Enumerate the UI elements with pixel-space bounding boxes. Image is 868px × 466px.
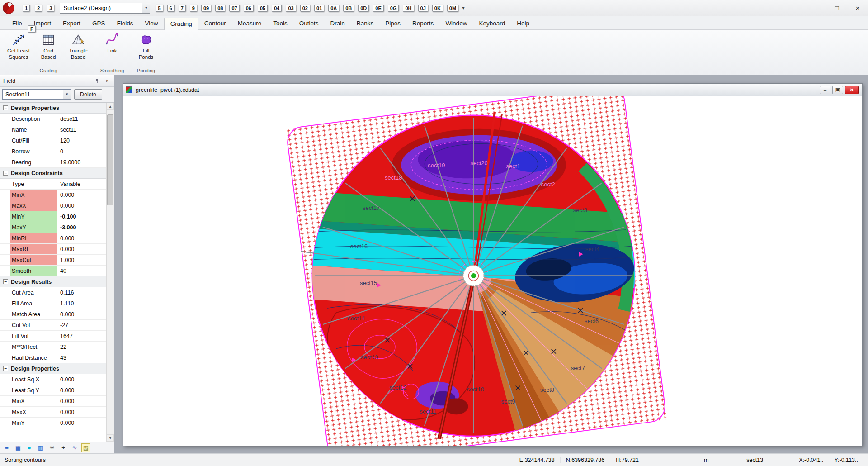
property-row[interactable]: Fill Area1.110 <box>0 298 106 309</box>
keytip-badge[interactable]: 03 <box>286 5 296 12</box>
property-value[interactable]: -3.000 <box>57 222 106 233</box>
mini-tool-4[interactable]: ☀ <box>47 443 57 452</box>
tab-tools[interactable]: Tools <box>267 18 293 29</box>
property-row[interactable]: MaxRL0.000 <box>0 244 106 255</box>
property-row[interactable]: Cut Vol-27 <box>0 320 106 331</box>
collapse-icon[interactable]: − <box>3 171 8 176</box>
maximize-button[interactable]: □ <box>826 0 847 16</box>
keytip-badge[interactable]: 0K <box>432 5 443 12</box>
keytip-badge[interactable]: 0E <box>373 5 383 12</box>
keytip-badge[interactable]: 08 <box>215 5 225 12</box>
mini-tool-1[interactable]: ▦ <box>14 443 23 452</box>
mini-tool-6[interactable]: ∿ <box>70 443 79 452</box>
ribbon-button-grid-based[interactable]: Grid Based <box>34 31 63 60</box>
tab-view[interactable]: View <box>139 18 164 29</box>
property-row[interactable]: TypeVariable <box>0 179 106 190</box>
keytip-badge[interactable]: 06 <box>244 5 254 12</box>
keytip-badge[interactable]: 01 <box>314 5 324 12</box>
property-row[interactable]: MaxX0.000 <box>0 200 106 211</box>
section-header[interactable]: −Design Results <box>0 276 106 287</box>
tab-contour[interactable]: Contour <box>198 18 232 29</box>
minimize-button[interactable]: – <box>806 0 826 16</box>
property-row[interactable]: MinX0.000 <box>0 396 106 407</box>
keytip-badge[interactable]: 0D <box>358 5 369 12</box>
property-value[interactable]: 0.000 <box>57 190 106 200</box>
property-value[interactable]: 1.000 <box>57 255 106 265</box>
section-header[interactable]: −Design Constraints <box>0 168 106 179</box>
keytip-badge[interactable]: 0A <box>328 5 339 12</box>
delete-button[interactable]: Delete <box>74 89 102 100</box>
scrollbar-track[interactable] <box>107 110 114 434</box>
keytip-badge[interactable]: 0J <box>418 5 428 12</box>
document-titlebar[interactable]: greenlife_pivot (1).cdsdat – ▣ × <box>123 84 862 96</box>
property-value[interactable]: 0.000 <box>57 244 106 254</box>
keytip-badge[interactable]: 07 <box>229 5 239 12</box>
tab-window[interactable]: Window <box>439 18 473 29</box>
collapse-icon[interactable]: − <box>3 366 8 371</box>
property-value[interactable]: 0 <box>57 146 106 157</box>
property-value[interactable]: 40 <box>57 266 106 276</box>
property-row[interactable]: Cut/Fill120 <box>0 135 106 146</box>
property-row[interactable]: MaxY-3.000 <box>0 222 106 233</box>
keytip-badge[interactable]: 09 <box>201 5 211 12</box>
collapse-icon[interactable]: − <box>3 279 8 284</box>
property-value[interactable]: 0.000 <box>57 385 106 395</box>
property-value[interactable]: 0.000 <box>57 396 106 406</box>
property-row[interactable]: MinY0.000 <box>0 418 106 428</box>
keytip-badge[interactable]: 02 <box>300 5 310 12</box>
property-value[interactable]: sect11 <box>57 124 106 135</box>
property-value[interactable]: 43 <box>57 352 106 363</box>
ribbon-button-link[interactable]: Link <box>98 31 127 54</box>
property-row[interactable]: MinRL0.000 <box>0 233 106 244</box>
pin-icon[interactable] <box>94 77 101 85</box>
property-value[interactable]: -27 <box>57 320 106 330</box>
property-row[interactable]: Borrow0 <box>0 146 106 157</box>
tab-pipes[interactable]: Pipes <box>379 18 406 29</box>
property-row[interactable]: Least Sq X0.000 <box>0 374 106 385</box>
property-value[interactable]: 120 <box>57 135 106 146</box>
tab-export[interactable]: Export <box>57 18 86 29</box>
keytip-badge[interactable]: 2 <box>35 5 42 12</box>
app-icon[interactable] <box>3 2 14 14</box>
property-value[interactable]: 1647 <box>57 331 106 341</box>
tab-banks[interactable]: Banks <box>351 18 380 29</box>
property-value[interactable]: Variable <box>57 179 106 189</box>
section-selector[interactable]: Section11 ▼ <box>2 89 71 100</box>
property-value[interactable]: 19.0000 <box>57 157 106 167</box>
property-row[interactable]: Match Area0.000 <box>0 309 106 320</box>
scrollbar-thumb[interactable] <box>107 114 113 205</box>
property-row[interactable]: Haul Distance43 <box>0 352 106 363</box>
property-row[interactable]: Smooth40 <box>0 266 106 276</box>
property-row[interactable]: Bearing19.0000 <box>0 157 106 168</box>
keytip-badge[interactable]: 5 <box>156 5 163 12</box>
keytip-badge[interactable]: 0H <box>403 5 414 12</box>
section-header[interactable]: −Design Properties <box>0 103 106 114</box>
property-row[interactable]: Namesect11 <box>0 124 106 135</box>
property-row[interactable]: Fill Vol1647 <box>0 331 106 342</box>
tab-keyboard[interactable]: Keyboard <box>473 18 511 29</box>
document-minimize-button[interactable]: – <box>820 86 830 94</box>
property-row[interactable]: Least Sq Y0.000 <box>0 385 106 396</box>
property-row[interactable]: M**3/Hect22 <box>0 342 106 352</box>
property-value[interactable]: desc11 <box>57 114 106 124</box>
property-value[interactable]: 0.000 <box>57 374 106 385</box>
property-row[interactable]: MaxX0.000 <box>0 407 106 418</box>
tab-reports[interactable]: Reports <box>406 18 439 29</box>
ribbon-button-fill-ponds[interactable]: Fill Ponds <box>132 31 160 60</box>
property-row[interactable]: MinX0.000 <box>0 190 106 200</box>
property-value[interactable]: 1.110 <box>57 298 106 309</box>
property-row[interactable]: Descriptiondesc11 <box>0 114 106 124</box>
mini-tool-2[interactable]: ● <box>25 443 34 452</box>
panel-scrollbar[interactable]: ▲ ▼ <box>106 103 114 442</box>
tab-help[interactable]: Help <box>511 18 535 29</box>
scroll-down-icon[interactable]: ▼ <box>107 434 114 442</box>
keytip-badge[interactable]: 6 <box>167 5 175 12</box>
scroll-up-icon[interactable]: ▲ <box>107 103 114 110</box>
qat-overflow-icon[interactable]: ▾ <box>462 5 465 11</box>
surface-selector[interactable]: Surface2 (Design) ▼ <box>60 3 150 14</box>
property-value[interactable]: 0.000 <box>57 418 106 428</box>
keytip-badge[interactable]: 9 <box>190 5 197 12</box>
tab-grading[interactable]: Grading <box>164 18 198 30</box>
keytip-badge[interactable]: 04 <box>272 5 282 12</box>
dropdown-icon[interactable]: ▼ <box>142 3 150 13</box>
